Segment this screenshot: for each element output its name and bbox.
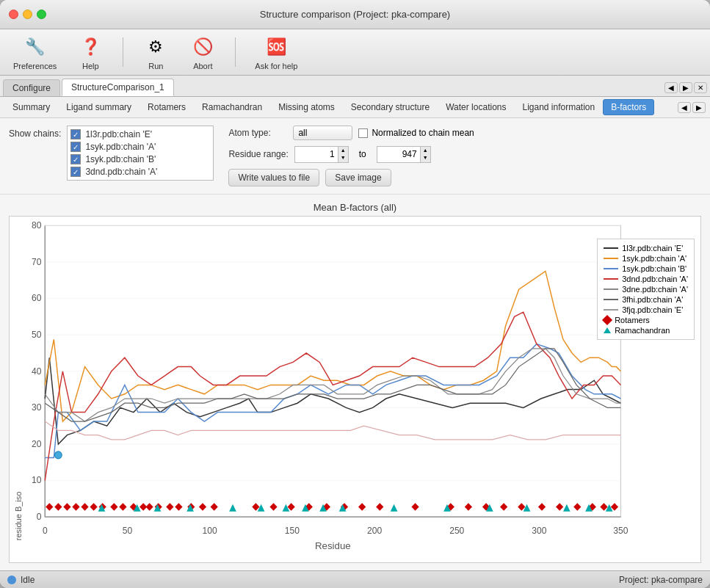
sub-tab-prev-button[interactable]: ◀: [678, 102, 691, 113]
legend-label-2: 1syk.pdb:chain 'A': [622, 254, 687, 263]
range-to-arrows: ▲ ▼: [421, 146, 431, 163]
chain-label-3: 1syk.pdb:chain 'B': [85, 154, 156, 164]
buttons-row: Write values to file Save image: [228, 169, 474, 186]
svg-text:50: 50: [32, 330, 42, 340]
minimize-button[interactable]: [23, 10, 32, 19]
legend-line-3: [604, 268, 618, 269]
content-area: Show chains: 1l3r.pdb:chain 'E' 1syk.pdb…: [0, 118, 710, 570]
tab-ligand-summary[interactable]: Ligand summary: [58, 99, 140, 115]
preferences-icon: 🔧: [22, 34, 48, 60]
tab-next-button[interactable]: ▶: [679, 82, 692, 93]
svg-text:20: 20: [32, 438, 42, 449]
status-bar: Idle Project: pka-compare: [0, 570, 710, 588]
chain-item-1[interactable]: 1l3r.pdb:chain 'E': [70, 129, 210, 139]
range-from-spinner: ▲ ▼: [294, 146, 349, 163]
legend-triangle-ramachandran: [604, 327, 611, 333]
chain-item-2[interactable]: 1syk.pdb:chain 'A': [70, 142, 210, 152]
tab-ligand-information[interactable]: Ligand information: [514, 99, 603, 115]
tab-summary[interactable]: Summary: [4, 99, 58, 115]
range-from-up[interactable]: ▲: [338, 147, 348, 154]
status-project: Project: pka-compare: [619, 575, 703, 585]
tab-prev-button[interactable]: ◀: [664, 82, 678, 93]
atom-type-label: Atom type:: [228, 128, 287, 138]
help-icon: ❓: [77, 34, 104, 60]
legend-item-rotamers: Rotamers: [604, 316, 688, 324]
help-button[interactable]: ❓ Help: [73, 32, 108, 72]
chain-checkbox-3[interactable]: [70, 154, 81, 164]
status-text: Idle: [21, 575, 35, 585]
chain-checkbox-1[interactable]: [70, 129, 81, 139]
legend-label-ramachandran: Ramachandran: [615, 326, 670, 335]
abort-button[interactable]: 🚫 Abort: [185, 32, 220, 72]
legend-item-7: 3fjq.pdb:chain 'E': [604, 305, 688, 314]
ask-for-help-label: Ask for help: [255, 62, 297, 70]
tab-rotamers[interactable]: Rotamers: [140, 99, 194, 115]
svg-text:50: 50: [123, 525, 133, 535]
show-chains-section: Show chains: 1l3r.pdb:chain 'E' 1syk.pdb…: [9, 126, 214, 181]
ask-for-help-button[interactable]: 🆘 Ask for help: [250, 32, 302, 72]
tab-b-factors[interactable]: B-factors: [603, 99, 654, 115]
tab-close-button[interactable]: ✕: [694, 82, 707, 93]
chains-list: 1l3r.pdb:chain 'E' 1syk.pdb:chain 'A' 1s…: [67, 126, 214, 181]
chain-checkbox-2[interactable]: [70, 142, 81, 152]
svg-text:30: 30: [32, 402, 42, 413]
legend-line-2: [604, 258, 618, 259]
save-image-button[interactable]: Save image: [325, 169, 391, 186]
svg-text:250: 250: [449, 525, 464, 535]
residue-range-label: Residue range:: [228, 149, 288, 159]
chain-item-3[interactable]: 1syk.pdb:chain 'B': [70, 154, 210, 164]
legend-label-rotamers: Rotamers: [615, 316, 650, 324]
right-controls: Atom type: all backbone sidechain Normal…: [228, 126, 474, 186]
legend-item-4: 3dnd.pdb:chain 'A': [604, 275, 688, 283]
svg-text:200: 200: [367, 525, 382, 535]
range-to-input[interactable]: [377, 146, 421, 163]
tab-water-locations[interactable]: Water locations: [438, 99, 514, 115]
svg-text:300: 300: [532, 525, 546, 535]
range-from-input[interactable]: [294, 146, 338, 163]
legend-line-6: [604, 299, 618, 300]
write-values-button[interactable]: Write values to file: [228, 169, 319, 186]
legend: 1l3r.pdb:chain 'E' 1syk.pdb:chain 'A' 1s…: [597, 239, 695, 340]
svg-text:60: 60: [32, 293, 42, 303]
sub-tab-navigation: ◀ ▶: [678, 102, 706, 113]
normalized-checkbox[interactable]: [358, 128, 368, 138]
normalized-checkbox-row[interactable]: Normalized to chain mean: [358, 128, 474, 138]
legend-line-4: [604, 278, 618, 280]
tab-configure[interactable]: Configure: [3, 79, 60, 96]
status-indicator: [7, 576, 16, 584]
svg-point-85: [55, 451, 62, 459]
tab-secondary-structure[interactable]: Secondary structure: [343, 99, 438, 115]
svg-text:80: 80: [32, 220, 42, 231]
legend-item-6: 3fhi.pdb:chain 'A': [604, 295, 688, 304]
traffic-lights: [9, 10, 46, 19]
chart-title: Mean B-factors (all): [9, 202, 701, 213]
tab-missing-atoms[interactable]: Missing atoms: [270, 99, 343, 115]
chain-checkbox-4[interactable]: [70, 167, 81, 177]
chain-item-4[interactable]: 3dnd.pdb:chain 'A': [70, 167, 210, 177]
ask-for-help-icon: 🆘: [263, 34, 289, 60]
run-button[interactable]: ⚙ Run: [138, 32, 173, 72]
legend-item-3: 1syk.pdb:chain 'B': [604, 264, 688, 273]
tab-structure-comparison[interactable]: StructureComparison_1: [62, 79, 174, 96]
legend-label-6: 3fhi.pdb:chain 'A': [622, 295, 683, 304]
range-to-down[interactable]: ▼: [421, 154, 430, 161]
range-to-label: to: [359, 149, 366, 159]
help-label: Help: [82, 62, 99, 70]
maximize-button[interactable]: [37, 10, 46, 19]
svg-text:Residue: Residue: [315, 540, 351, 551]
legend-label-1: 1l3r.pdb:chain 'E': [622, 244, 683, 253]
tab-ramachandran[interactable]: Ramachandran: [194, 99, 270, 115]
legend-item-2: 1syk.pdb:chain 'A': [604, 254, 688, 263]
sub-tabs-bar: Summary Ligand summary Rotamers Ramachan…: [0, 97, 710, 118]
chart-area: Mean B-factors (all) residue B_iso: [0, 195, 710, 570]
chain-label-4: 3dnd.pdb:chain 'A': [85, 167, 157, 177]
legend-item-5: 3dne.pdb:chain 'A': [604, 285, 688, 294]
preferences-button[interactable]: 🔧 Preferences: [9, 32, 61, 72]
close-button[interactable]: [9, 10, 18, 19]
normalized-label: Normalized to chain mean: [372, 128, 474, 138]
atom-type-select[interactable]: all backbone sidechain: [293, 126, 352, 140]
toolbar-separator-2: [235, 37, 236, 67]
sub-tab-next-button[interactable]: ▶: [692, 102, 706, 113]
range-to-up[interactable]: ▲: [421, 147, 430, 154]
range-from-down[interactable]: ▼: [338, 154, 348, 161]
